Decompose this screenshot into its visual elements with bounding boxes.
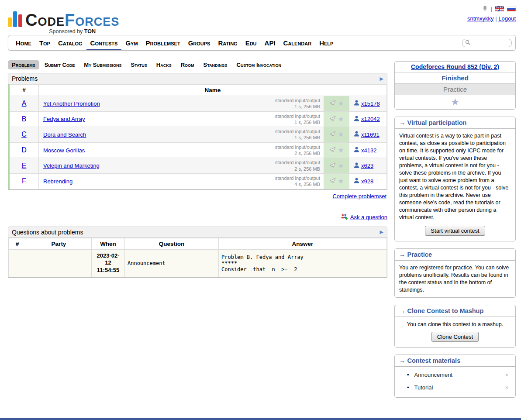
- favorite-star-icon[interactable]: ★: [338, 115, 344, 123]
- problems-header-row: # Name: [9, 85, 387, 96]
- expand-arrow-icon[interactable]: ▶: [380, 229, 383, 235]
- search-input[interactable]: [472, 39, 509, 46]
- problem-index-link[interactable]: B: [22, 115, 27, 123]
- problem-limits: standard input/output1 s, 256 MB: [275, 113, 321, 126]
- table-row: F Rebrending standard input/output4 s, 2…: [9, 173, 387, 189]
- nav-item-groups[interactable]: Groups: [184, 36, 214, 50]
- logout-link[interactable]: Logout: [498, 15, 516, 22]
- list-item: Announcement ×: [399, 368, 511, 381]
- subnav-custom-invocation[interactable]: Custom Invocation: [233, 60, 285, 69]
- subnav-standings[interactable]: Standings: [200, 60, 231, 69]
- favorite-star-icon[interactable]: ★: [338, 177, 344, 185]
- col-header-num: #: [9, 238, 26, 249]
- material-tutorial-link[interactable]: Tutorial: [414, 384, 504, 391]
- problem-index-link[interactable]: C: [21, 131, 27, 138]
- subnav-my-submissions[interactable]: My Submissions: [80, 60, 125, 69]
- solved-count-link[interactable]: x11691: [352, 131, 384, 138]
- practice-title: → Practice: [395, 249, 515, 261]
- person-icon: [354, 116, 359, 123]
- complete-problemset-link[interactable]: Complete problemset: [332, 193, 386, 200]
- problem-limits: standard input/output1 s, 256 MB: [275, 128, 321, 141]
- ru-flag-icon[interactable]: [507, 6, 516, 11]
- paper-plane-icon[interactable]: [329, 131, 336, 138]
- paper-plane-icon[interactable]: [329, 162, 336, 169]
- codeforces-logo[interactable]: CodeForces Sponsored by TON: [8, 3, 119, 34]
- uk-flag-icon[interactable]: [495, 6, 504, 11]
- nav-item-api[interactable]: API: [261, 36, 279, 50]
- ask-question-link[interactable]: Ask a question: [350, 214, 387, 220]
- sponsored-brand: TON: [84, 28, 96, 34]
- subnav-status[interactable]: Status: [127, 60, 151, 69]
- search-box: [462, 39, 512, 47]
- paper-plane-icon[interactable]: [329, 177, 336, 185]
- problem-name-link[interactable]: Moscow Gorillas: [43, 147, 85, 154]
- expand-arrow-icon[interactable]: ▶: [380, 76, 383, 82]
- start-virtual-contest-button[interactable]: Start virtual contest: [425, 226, 485, 236]
- clone-button-row: Clone Contest: [395, 331, 515, 347]
- contest-star-row: ★: [395, 95, 515, 109]
- contest-title-link[interactable]: Codeforces Round 852 (Div. 2): [411, 63, 499, 70]
- content: Problems Submit Code My Submissions Stat…: [8, 51, 516, 398]
- nav-item-problemset[interactable]: Problemset: [142, 36, 184, 50]
- problem-name-link[interactable]: Yet Another Promotion: [43, 100, 100, 107]
- problem-name-link[interactable]: Dora and Search: [43, 131, 86, 138]
- virtual-participation-title: → Virtual participation: [395, 117, 515, 129]
- solved-count-link[interactable]: x12042: [352, 116, 384, 123]
- nav-item-help[interactable]: Help: [315, 36, 337, 50]
- close-icon[interactable]: ×: [503, 384, 510, 391]
- favorite-star-icon[interactable]: ★: [338, 100, 344, 107]
- paper-plane-icon[interactable]: [329, 146, 336, 154]
- nav-item-top[interactable]: Top: [35, 36, 54, 50]
- col-header-question: Question: [125, 238, 219, 249]
- paper-plane-icon[interactable]: [329, 100, 336, 107]
- username-link[interactable]: sntmxykky: [467, 15, 494, 22]
- close-icon[interactable]: ×: [503, 372, 510, 378]
- solved-count-link[interactable]: x15178: [352, 100, 384, 107]
- problem-limits: standard input/output4 s, 256 MB: [275, 175, 321, 188]
- subnav-submit-code[interactable]: Submit Code: [41, 60, 79, 69]
- main-nav-links: Home Top Catalog Contests Gym Problemset…: [12, 36, 337, 50]
- subnav-problems[interactable]: Problems: [8, 60, 39, 69]
- nav-item-gym[interactable]: Gym: [121, 36, 141, 50]
- people-group-icon: [341, 213, 348, 221]
- nav-item-calendar[interactable]: Calendar: [279, 36, 316, 50]
- clone-contest-title: → Clone Contest to Mashup: [395, 305, 515, 317]
- problem-name-link[interactable]: Velepin and Marketing: [43, 162, 100, 169]
- bell-icon[interactable]: [482, 5, 488, 12]
- subnav-room[interactable]: Room: [177, 60, 198, 69]
- col-header-name: Name: [39, 85, 387, 96]
- favorite-star-icon[interactable]: ★: [338, 162, 344, 169]
- problem-index-link[interactable]: F: [22, 177, 26, 185]
- ask-question-row: Ask a question: [8, 213, 387, 221]
- favorite-star-icon[interactable]: ★: [338, 146, 344, 154]
- table-row: B Fedya and Array standard input/output1…: [9, 111, 387, 127]
- contest-info-box: Codeforces Round 852 (Div. 2) Finished P…: [394, 61, 516, 110]
- nav-item-edu[interactable]: Edu: [242, 36, 261, 50]
- clone-contest-button[interactable]: Clone Contest: [431, 332, 479, 342]
- nav-item-contests[interactable]: Contests: [86, 36, 122, 50]
- person-icon: [354, 131, 359, 138]
- problem-index-link[interactable]: E: [22, 162, 27, 169]
- question-when: 2023-02-12 11:54:55: [92, 249, 125, 277]
- paper-plane-icon[interactable]: [329, 115, 336, 123]
- problem-index-link[interactable]: A: [22, 100, 27, 107]
- contest-mode: Practice: [395, 83, 515, 95]
- search-icon: [465, 39, 470, 47]
- nav-item-rating[interactable]: Rating: [214, 36, 241, 50]
- problem-name-link[interactable]: Fedya and Array: [43, 116, 85, 122]
- problem-index-link[interactable]: D: [21, 146, 27, 154]
- problem-name-link[interactable]: Rebrending: [43, 178, 72, 185]
- nav-item-home[interactable]: Home: [12, 36, 35, 50]
- solved-count-link[interactable]: x928: [352, 178, 384, 185]
- table-row: E Velepin and Marketing standard input/o…: [9, 158, 387, 174]
- problem-limits: standard input/output2 s, 256 MB: [275, 159, 321, 172]
- logo-bar-blue: [13, 11, 17, 27]
- solved-count-link[interactable]: x4132: [352, 147, 384, 154]
- subnav-hacks[interactable]: Hacks: [152, 60, 176, 69]
- nav-item-catalog[interactable]: Catalog: [54, 36, 86, 50]
- material-announcement-link[interactable]: Announcement: [414, 372, 504, 378]
- favorite-star-icon[interactable]: ★: [451, 96, 459, 107]
- solved-count-link[interactable]: x623: [352, 162, 384, 169]
- favorite-star-icon[interactable]: ★: [338, 131, 344, 138]
- complete-problemset-row: Complete problemset: [8, 193, 386, 200]
